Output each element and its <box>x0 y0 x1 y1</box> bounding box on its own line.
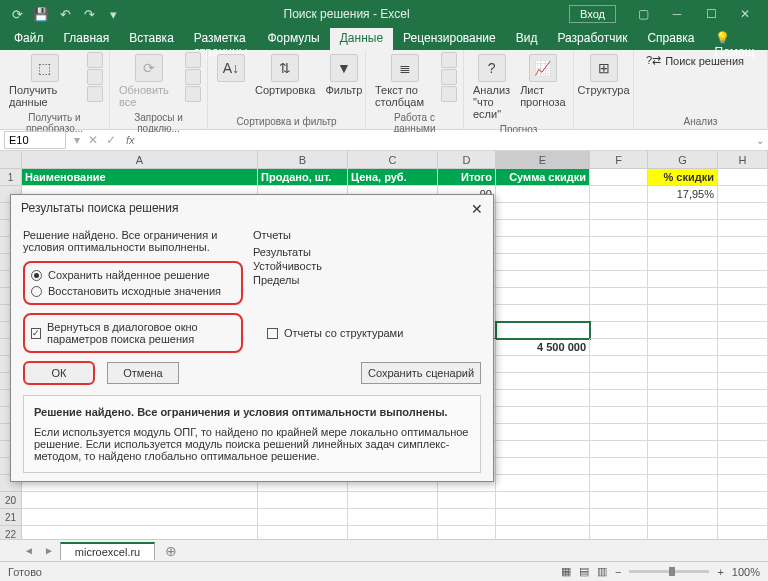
cell-E10[interactable] <box>496 322 590 339</box>
enter-formula-icon[interactable]: ✓ <box>102 133 120 147</box>
cancel-button[interactable]: Отмена <box>107 362 179 384</box>
add-sheet-icon[interactable]: ⊕ <box>157 543 185 559</box>
zoom-in-icon[interactable]: + <box>717 566 723 578</box>
cell-G2[interactable]: 17,95% <box>648 186 718 203</box>
sort-asc-button[interactable]: A↓ <box>214 52 248 98</box>
flash-fill-icon[interactable] <box>441 52 457 68</box>
view-page-icon[interactable]: ▤ <box>579 565 589 578</box>
data-validation-icon[interactable] <box>441 86 457 102</box>
menu-layout[interactable]: Разметка страницы <box>184 28 258 50</box>
col-header-G[interactable]: G <box>648 151 718 168</box>
edit-links-icon[interactable] <box>185 86 201 102</box>
row-header-21[interactable]: 21 <box>0 509 22 526</box>
menu-data[interactable]: Данные <box>330 28 393 50</box>
checkbox-outline-reports[interactable]: Отчеты со структурами <box>267 313 403 353</box>
row-header-20[interactable]: 20 <box>0 492 22 509</box>
cell-G1[interactable]: % скидки <box>648 169 718 186</box>
login-button[interactable]: Вход <box>569 5 616 23</box>
undo-icon[interactable]: ↶ <box>54 3 76 25</box>
dialog-close-icon[interactable]: ✕ <box>471 201 483 217</box>
text-to-columns-button[interactable]: ≣Текст по столбцам <box>372 52 437 110</box>
radio-keep-solution[interactable]: Сохранить найденное решение <box>31 267 235 283</box>
filter-button[interactable]: ▼Фильтр <box>322 52 365 98</box>
menu-help[interactable]: Справка <box>637 28 704 50</box>
menu-insert[interactable]: Вставка <box>119 28 184 50</box>
menu-home[interactable]: Главная <box>54 28 120 50</box>
ribbon-options-icon[interactable]: ▢ <box>626 0 660 28</box>
report-limits[interactable]: Пределы <box>253 273 481 287</box>
what-if-button[interactable]: ?Анализ "что если" <box>470 52 513 122</box>
redo-icon[interactable]: ↷ <box>78 3 100 25</box>
minimize-icon[interactable]: ─ <box>660 0 694 28</box>
remove-dup-icon[interactable] <box>441 69 457 85</box>
cell-E1[interactable]: Сумма скидки <box>496 169 590 186</box>
save-icon[interactable]: 💾 <box>30 3 52 25</box>
autosave-icon[interactable]: ⟳ <box>6 3 28 25</box>
text-to-columns-icon: ≣ <box>391 54 419 82</box>
menu-file[interactable]: Файл <box>4 28 54 50</box>
zoom-level[interactable]: 100% <box>732 566 760 578</box>
group-sort-filter: Сортировка и фильтр <box>214 114 359 127</box>
checkbox-unchecked-icon <box>267 328 278 339</box>
cell-C1[interactable]: Цена, руб. <box>348 169 438 186</box>
forecast-icon: 📈 <box>529 54 557 82</box>
ok-button[interactable]: ОК <box>23 361 95 385</box>
expand-formula-icon[interactable]: ⌄ <box>752 135 768 146</box>
window-title: Поиск решения - Excel <box>124 7 569 21</box>
radio-selected-icon <box>31 270 42 281</box>
menu-share[interactable]: 👥 Общий доступ <box>765 28 768 50</box>
from-text-icon[interactable] <box>87 52 103 68</box>
row-header-1[interactable]: 1 <box>0 169 22 186</box>
group-data-tools: Работа с данными <box>372 110 457 134</box>
col-header-H[interactable]: H <box>718 151 768 168</box>
queries-icon[interactable] <box>185 52 201 68</box>
refresh-all-button[interactable]: ⟳Обновить все <box>116 52 181 110</box>
close-window-icon[interactable]: ✕ <box>728 0 762 28</box>
radio-restore-values[interactable]: Восстановить исходные значения <box>31 283 235 299</box>
zoom-out-icon[interactable]: − <box>615 566 621 578</box>
select-all-corner[interactable] <box>0 151 22 168</box>
col-header-C[interactable]: C <box>348 151 438 168</box>
cell-B1[interactable]: Продано, шт. <box>258 169 348 186</box>
zoom-slider[interactable] <box>629 570 709 573</box>
col-header-E[interactable]: E <box>496 151 590 168</box>
checkbox-return-dialog[interactable]: ✓ Вернуться в диалоговое окно параметров… <box>31 319 235 347</box>
qat-dropdown-icon[interactable]: ▾ <box>102 3 124 25</box>
menu-formulas[interactable]: Формулы <box>257 28 329 50</box>
view-normal-icon[interactable]: ▦ <box>561 565 571 578</box>
name-box[interactable] <box>4 131 66 149</box>
from-table-icon[interactable] <box>87 86 103 102</box>
properties-icon[interactable] <box>185 69 201 85</box>
report-results[interactable]: Результаты <box>253 245 481 259</box>
formula-input[interactable] <box>141 132 752 148</box>
cell-H1[interactable] <box>718 169 768 186</box>
sheet-nav-next-icon[interactable]: ► <box>40 545 58 556</box>
dialog-title: Результаты поиска решения <box>21 201 178 217</box>
sheet-tab-active[interactable]: microexcel.ru <box>60 542 155 560</box>
view-break-icon[interactable]: ▥ <box>597 565 607 578</box>
report-sensitivity[interactable]: Устойчивость <box>253 259 481 273</box>
forecast-sheet-button[interactable]: 📈Лист прогноза <box>517 52 568 122</box>
cell-F1[interactable] <box>590 169 648 186</box>
menu-tellme[interactable]: 💡 Помощ <box>705 28 765 50</box>
maximize-icon[interactable]: ☐ <box>694 0 728 28</box>
cancel-formula-icon[interactable]: ✕ <box>84 133 102 147</box>
from-web-icon[interactable] <box>87 69 103 85</box>
sort-button[interactable]: ⇅Сортировка <box>252 52 318 98</box>
col-header-B[interactable]: B <box>258 151 348 168</box>
col-header-A[interactable]: A <box>22 151 258 168</box>
cell-D1[interactable]: Итого <box>438 169 496 186</box>
solver-button[interactable]: ?⇄Поиск решения <box>640 52 761 69</box>
menu-developer[interactable]: Разработчик <box>547 28 637 50</box>
cell-A1[interactable]: Наименование <box>22 169 258 186</box>
get-data-button[interactable]: ⬚Получить данные <box>6 52 83 110</box>
menu-view[interactable]: Вид <box>506 28 548 50</box>
fx-icon[interactable]: fx <box>120 134 141 146</box>
outline-button[interactable]: ⊞Структура <box>580 52 627 98</box>
menu-review[interactable]: Рецензирование <box>393 28 506 50</box>
cell-E11[interactable]: 4 500 000 <box>496 339 590 356</box>
col-header-D[interactable]: D <box>438 151 496 168</box>
sheet-nav-prev-icon[interactable]: ◄ <box>20 545 38 556</box>
col-header-F[interactable]: F <box>590 151 648 168</box>
save-scenario-button[interactable]: Сохранить сценарий <box>361 362 481 384</box>
